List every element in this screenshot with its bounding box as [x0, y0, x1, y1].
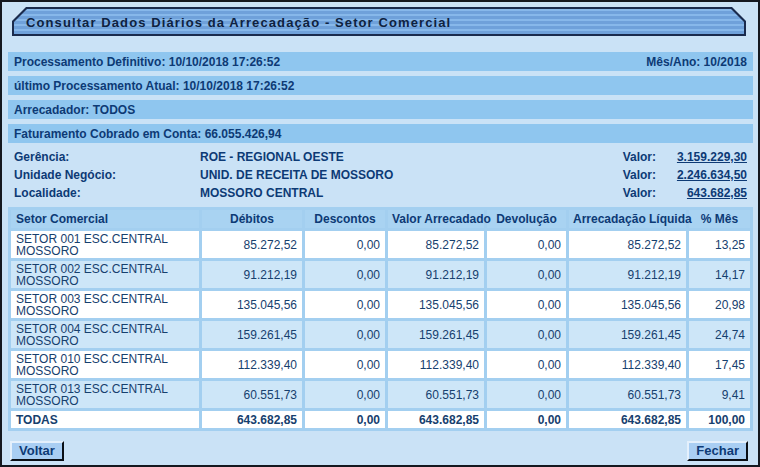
value-cell: 20,98	[689, 291, 750, 318]
arrecadador-band: Arrecadador: TODOS	[8, 100, 753, 119]
value-cell: 85.272,52	[569, 231, 686, 258]
sector-name-cell: TODAS	[11, 411, 199, 428]
gerencia-valor-label: Valor:	[623, 150, 656, 164]
value-cell: 0,00	[487, 231, 566, 258]
value-cell: 0,00	[487, 411, 566, 428]
value-cell: 17,45	[689, 351, 750, 378]
value-cell: 91.212,19	[569, 261, 686, 288]
value-cell: 100,00	[689, 411, 750, 428]
table-row: SETOR 002 ESC.CENTRAL MOSSORO91.212,190,…	[11, 261, 750, 288]
value-cell: 24,74	[689, 321, 750, 348]
unidade-negocio-row: Unidade Negócio: UNID. DE RECEITA DE MOS…	[8, 166, 753, 184]
sector-name-cell: SETOR 003 ESC.CENTRAL MOSSORO	[11, 291, 199, 318]
value-cell: 0,00	[305, 381, 385, 408]
localidade-valor-label: Valor:	[623, 186, 656, 200]
gerencia-row: Gerência: ROE - REGIONAL OESTE Valor: 3.…	[8, 148, 753, 166]
footer-bar: Voltar Fechar	[10, 441, 748, 461]
ultimo-processamento-band: último Processamento Atual: 10/10/2018 1…	[8, 76, 753, 95]
value-cell: 0,00	[487, 381, 566, 408]
unidade-valor-label: Valor:	[623, 168, 656, 182]
faturamento-text: Faturamento Cobrado em Conta: 66.055.426…	[14, 127, 281, 141]
sector-name-cell: SETOR 002 ESC.CENTRAL MOSSORO	[11, 261, 199, 288]
value-cell: 643.682,85	[388, 411, 484, 428]
value-cell: 112.339,40	[202, 351, 302, 378]
localidade-value: MOSSORO CENTRAL	[200, 186, 623, 200]
value-cell: 135.045,56	[388, 291, 484, 318]
value-cell: 0,00	[305, 411, 385, 428]
value-cell: 0,00	[305, 321, 385, 348]
localidade-label: Localidade:	[14, 186, 200, 200]
column-header: % Mês	[689, 210, 750, 228]
value-cell: 159.261,45	[569, 321, 686, 348]
processamento-definitivo-band: Processamento Definitivo: 10/10/2018 17:…	[8, 52, 753, 71]
total-row: TODAS643.682,850,00643.682,850,00643.682…	[11, 411, 750, 428]
value-cell: 0,00	[487, 291, 566, 318]
table-row: SETOR 013 ESC.CENTRAL MOSSORO60.551,730,…	[11, 381, 750, 408]
table-row: SETOR 010 ESC.CENTRAL MOSSORO112.339,400…	[11, 351, 750, 378]
value-cell: 14,17	[689, 261, 750, 288]
value-cell: 0,00	[305, 261, 385, 288]
arrecadador-text: Arrecadador: TODOS	[14, 103, 135, 117]
value-cell: 0,00	[487, 351, 566, 378]
mes-ano-text: Mês/Ano: 10/2018	[646, 55, 747, 69]
column-header: Descontos	[305, 210, 385, 228]
sector-table: Setor ComercialDébitosDescontosValor Arr…	[8, 207, 753, 431]
ultimo-processamento-text: último Processamento Atual: 10/10/2018 1…	[14, 79, 294, 93]
localidade-row: Localidade: MOSSORO CENTRAL Valor: 643.6…	[8, 184, 753, 202]
fechar-button[interactable]: Fechar	[687, 441, 748, 461]
value-cell: 9,41	[689, 381, 750, 408]
gerencia-valor-link[interactable]: 3.159.229,30	[661, 150, 747, 164]
sector-name-cell: SETOR 001 ESC.CENTRAL MOSSORO	[11, 231, 199, 258]
value-cell: 91.212,19	[202, 261, 302, 288]
value-cell: 159.261,45	[202, 321, 302, 348]
value-cell: 0,00	[305, 231, 385, 258]
value-cell: 0,00	[305, 351, 385, 378]
sector-name-cell: SETOR 013 ESC.CENTRAL MOSSORO	[11, 381, 199, 408]
value-cell: 0,00	[305, 291, 385, 318]
table-row: SETOR 003 ESC.CENTRAL MOSSORO135.045,560…	[11, 291, 750, 318]
value-cell: 13,25	[689, 231, 750, 258]
table-row: SETOR 004 ESC.CENTRAL MOSSORO159.261,450…	[11, 321, 750, 348]
value-cell: 0,00	[487, 321, 566, 348]
value-cell: 85.272,52	[388, 231, 484, 258]
value-cell: 91.212,19	[388, 261, 484, 288]
consulta-arrecadacao-window: Consultar Dados Diários da Arrecadação -…	[0, 0, 760, 467]
value-cell: 643.682,85	[202, 411, 302, 428]
column-header: Débitos	[202, 210, 302, 228]
value-cell: 60.551,73	[388, 381, 484, 408]
value-cell: 159.261,45	[388, 321, 484, 348]
table-header-row: Setor ComercialDébitosDescontosValor Arr…	[11, 210, 750, 228]
unidade-valor-link[interactable]: 2.246.634,50	[661, 168, 747, 182]
unidade-negocio-label: Unidade Negócio:	[14, 168, 200, 182]
value-cell: 135.045,56	[202, 291, 302, 318]
gerencia-label: Gerência:	[14, 150, 200, 164]
sector-name-cell: SETOR 010 ESC.CENTRAL MOSSORO	[11, 351, 199, 378]
title-bar: Consultar Dados Diários da Arrecadação -…	[12, 7, 746, 36]
column-header: Arrecadação Líquida	[569, 210, 686, 228]
sector-name-cell: SETOR 004 ESC.CENTRAL MOSSORO	[11, 321, 199, 348]
table-row: SETOR 001 ESC.CENTRAL MOSSORO85.272,520,…	[11, 231, 750, 258]
value-cell: 85.272,52	[202, 231, 302, 258]
column-header: Valor Arrecadado	[388, 210, 484, 228]
faturamento-band: Faturamento Cobrado em Conta: 66.055.426…	[8, 124, 753, 143]
value-cell: 60.551,73	[569, 381, 686, 408]
column-header: Devolução	[487, 210, 566, 228]
page-title: Consultar Dados Diários da Arrecadação -…	[26, 14, 451, 29]
value-cell: 135.045,56	[569, 291, 686, 318]
value-cell: 112.339,40	[569, 351, 686, 378]
processamento-definitivo-text: Processamento Definitivo: 10/10/2018 17:…	[14, 55, 280, 69]
value-cell: 0,00	[487, 261, 566, 288]
value-cell: 60.551,73	[202, 381, 302, 408]
localidade-valor-link[interactable]: 643.682,85	[661, 186, 747, 200]
hierarchy-section: Gerência: ROE - REGIONAL OESTE Valor: 3.…	[8, 148, 753, 202]
value-cell: 112.339,40	[388, 351, 484, 378]
gerencia-value: ROE - REGIONAL OESTE	[200, 150, 623, 164]
value-cell: 643.682,85	[569, 411, 686, 428]
voltar-button[interactable]: Voltar	[10, 441, 64, 461]
unidade-negocio-value: UNID. DE RECEITA DE MOSSORO	[200, 168, 623, 182]
column-header: Setor Comercial	[11, 210, 199, 228]
